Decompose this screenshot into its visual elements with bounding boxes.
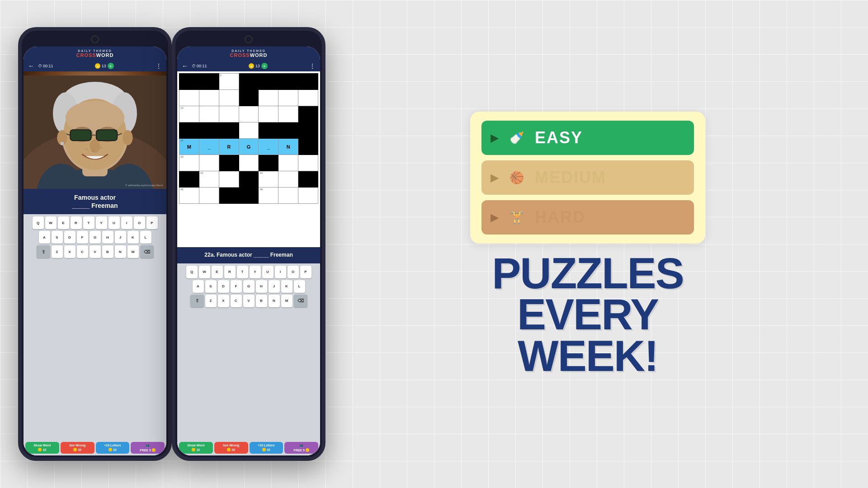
- show-word2-button[interactable]: Show Word 10: [179, 442, 213, 454]
- key2-t[interactable]: T: [237, 266, 248, 278]
- key-j[interactable]: J: [115, 231, 126, 244]
- hard-button[interactable]: ▶ 🏋 HARD: [481, 200, 694, 235]
- key2-q[interactable]: Q: [186, 266, 198, 278]
- cell-3-1[interactable]: 14: [179, 106, 199, 122]
- see-wrong-button[interactable]: See Wrong 20: [61, 442, 94, 454]
- key-n[interactable]: N: [115, 245, 126, 258]
- medium-button[interactable]: ▶ 🏀 MEDIUM: [481, 160, 694, 195]
- cell-7-3[interactable]: [219, 171, 239, 188]
- cell-3-4[interactable]: [239, 106, 259, 122]
- cell-6-6[interactable]: [278, 155, 298, 171]
- key-f[interactable]: F: [77, 231, 88, 244]
- cell-2-2[interactable]: [199, 90, 219, 106]
- cell-5-2[interactable]: _: [199, 139, 219, 155]
- key2-f[interactable]: F: [231, 280, 242, 293]
- key-shift[interactable]: ⇧: [37, 245, 50, 258]
- cell-5-4[interactable]: G: [239, 139, 259, 155]
- phone1-back-button[interactable]: ←: [28, 62, 34, 70]
- add-coins2-button[interactable]: +: [261, 63, 268, 69]
- key-y[interactable]: Y: [96, 216, 107, 229]
- cell-2-7[interactable]: [298, 90, 318, 106]
- key2-a[interactable]: A: [193, 280, 204, 293]
- key2-i[interactable]: I: [275, 266, 286, 278]
- cell-1-3[interactable]: 5: [219, 74, 239, 90]
- cell-8-1[interactable]: 45: [179, 188, 199, 204]
- key2-e[interactable]: E: [212, 266, 223, 278]
- key-m[interactable]: M: [127, 245, 139, 258]
- cell-6-4[interactable]: [239, 155, 259, 171]
- key-k[interactable]: K: [127, 231, 139, 244]
- key2-c[interactable]: C: [231, 295, 242, 307]
- key2-backspace[interactable]: ⌫: [294, 295, 307, 307]
- cell-8-2[interactable]: [199, 188, 219, 204]
- cell-6-1[interactable]: 33: [179, 155, 199, 171]
- cell-2-3[interactable]: [219, 90, 239, 106]
- ten-letters-button[interactable]: +10 Letters 10: [96, 442, 130, 454]
- cell-3-5[interactable]: [259, 106, 278, 122]
- cell-5-3[interactable]: R: [219, 139, 239, 155]
- key-g[interactable]: G: [90, 231, 101, 244]
- cell-6-7[interactable]: [298, 155, 318, 171]
- key-s[interactable]: S: [52, 231, 63, 244]
- key-i[interactable]: I: [121, 216, 132, 229]
- key2-n[interactable]: N: [269, 295, 280, 307]
- phone2-menu-button[interactable]: ⋮: [309, 62, 316, 70]
- key2-l[interactable]: L: [294, 280, 305, 293]
- key2-p[interactable]: P: [300, 266, 311, 278]
- key2-m[interactable]: M: [281, 295, 292, 307]
- key-q[interactable]: Q: [33, 216, 44, 229]
- cell-3-6[interactable]: [278, 106, 298, 122]
- ten-letters2-button[interactable]: +10 Letters 10: [250, 442, 283, 454]
- key-v[interactable]: V: [90, 245, 101, 258]
- key-z[interactable]: Z: [52, 245, 63, 258]
- key-x[interactable]: X: [64, 245, 75, 258]
- cell-3-3[interactable]: [219, 106, 239, 122]
- key-p[interactable]: P: [146, 216, 158, 229]
- video-button[interactable]: 📺 FREE 5: [131, 442, 165, 454]
- key-c[interactable]: C: [77, 245, 88, 258]
- cell-2-5[interactable]: [259, 90, 278, 106]
- cell-7-5[interactable]: 44: [259, 171, 278, 188]
- key-w[interactable]: W: [45, 216, 57, 229]
- key-u[interactable]: U: [108, 216, 120, 229]
- cell-4-4[interactable]: [239, 122, 259, 139]
- key-t[interactable]: T: [83, 216, 94, 229]
- key-d[interactable]: D: [64, 231, 75, 244]
- phone2-back-button[interactable]: ←: [182, 62, 188, 70]
- key-b[interactable]: B: [102, 245, 113, 258]
- key2-o[interactable]: O: [288, 266, 299, 278]
- cell-8-6[interactable]: [278, 188, 298, 204]
- key2-y[interactable]: Y: [250, 266, 261, 278]
- key-l[interactable]: L: [140, 231, 151, 244]
- key2-g[interactable]: G: [243, 280, 255, 293]
- key2-u[interactable]: U: [262, 266, 274, 278]
- add-coins-button[interactable]: +: [108, 63, 114, 69]
- cell-8-7[interactable]: [298, 188, 318, 204]
- key-backspace[interactable]: ⌫: [140, 245, 154, 258]
- key2-w[interactable]: W: [199, 266, 210, 278]
- key2-z[interactable]: Z: [205, 295, 217, 307]
- key-e[interactable]: E: [58, 216, 69, 229]
- cell-7-6[interactable]: [278, 171, 298, 188]
- key2-s[interactable]: S: [205, 280, 217, 293]
- cell-5-1[interactable]: 22M: [179, 139, 199, 155]
- key2-r[interactable]: R: [224, 266, 236, 278]
- key-h[interactable]: H: [102, 231, 113, 244]
- cell-8-5[interactable]: 46: [259, 188, 278, 204]
- key-o[interactable]: O: [134, 216, 145, 229]
- key2-d[interactable]: D: [218, 280, 229, 293]
- cell-2-6[interactable]: [278, 90, 298, 106]
- key2-h[interactable]: H: [256, 280, 267, 293]
- cell-3-2[interactable]: [199, 106, 219, 122]
- cell-5-6[interactable]: N: [278, 139, 298, 155]
- key2-k[interactable]: K: [281, 280, 292, 293]
- key-a[interactable]: A: [39, 231, 50, 244]
- phone1-menu-button[interactable]: ⋮: [156, 62, 162, 70]
- cell-2-1[interactable]: [179, 90, 199, 106]
- cell-7-2[interactable]: 43: [199, 171, 219, 188]
- easy-button[interactable]: ▶ 🍼 EASY: [481, 121, 694, 155]
- video2-button[interactable]: 📺 FREE 5: [284, 442, 318, 454]
- key2-x[interactable]: X: [218, 295, 229, 307]
- key2-shift[interactable]: ⇧: [190, 295, 204, 307]
- key2-b[interactable]: B: [256, 295, 267, 307]
